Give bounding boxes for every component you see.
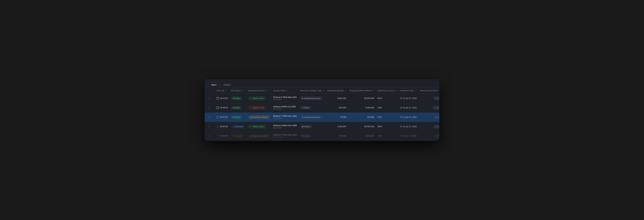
status-badge: Active <box>231 97 242 100</box>
main-window: Inbox Outbox Time Left ⇅ RFQ Status ⇅ <box>204 79 440 141</box>
time-value: 00:42:02 <box>220 116 228 118</box>
col-header-direction[interactable]: Requested Direction ⇅ <box>246 87 272 94</box>
status-dot <box>233 117 234 118</box>
row-alert <box>211 122 215 131</box>
row-time-left: 00:00:00 <box>215 131 230 141</box>
institution-icon: ▦ <box>302 126 304 127</box>
row-security: M Bono 6.750% Mar-2023 MXE35996 <box>272 94 298 103</box>
direction-label: Wants to Buy <box>253 126 264 128</box>
row-checkbox[interactable]: ✓ <box>204 94 211 103</box>
row-quantity: 5,000,000 <box>326 94 348 103</box>
row-notional: 700,000 <box>348 113 376 122</box>
sort-icon-qty: ⇅ <box>345 90 346 92</box>
tab-bar: Inbox Outbox <box>204 79 440 87</box>
row-checkbox[interactable]: ✓ <box>204 122 211 131</box>
expired-icon: ⊙ <box>233 135 234 137</box>
col-header-institution[interactable]: Requestor Institution Type ⇅ <box>298 87 326 94</box>
row-time-left: 00:42:02 <box>215 113 230 122</box>
response-count: 9 <box>438 135 438 137</box>
col-header-notional[interactable]: Requested (MXN) Notional ⇅ <box>348 87 376 94</box>
direction-arrow: ⇄ <box>250 135 252 137</box>
time-circle-icon <box>216 97 219 100</box>
table-row[interactable]: ✓ 00:42:02 Active ⇄ Requests a Market M … <box>204 113 440 122</box>
direction-badge: → Wants to Buy <box>248 125 266 128</box>
check-icon: ✓ <box>208 135 210 137</box>
status-label: Executed <box>235 126 243 128</box>
row-settlement-date: (T+1) Jul 17, 2022 <box>399 103 418 113</box>
direction-label: Wants to Buy <box>253 97 264 99</box>
reply-icon: ↩ <box>435 116 437 118</box>
security-id: MXE35996 <box>273 118 297 120</box>
status-label: Active <box>235 107 240 109</box>
row-responses: ↩ 9 <box>418 131 440 141</box>
sort-icon-date: ⇅ <box>414 90 416 92</box>
check-icon: ✓ <box>208 116 210 118</box>
check-icon: ✓ <box>208 106 210 109</box>
row-alert <box>211 131 215 141</box>
col-header-settle-date[interactable]: Settlement Date ⇅ <box>399 87 418 94</box>
sort-icon-cur: ⇅ <box>396 90 397 92</box>
tab-inbox[interactable]: Inbox <box>208 82 220 87</box>
status-label: Active <box>235 97 240 99</box>
direction-arrow: → <box>250 125 252 128</box>
row-checkbox[interactable]: ✓ <box>204 113 211 122</box>
response-count: 5 <box>438 126 438 128</box>
response-badge: ↩ 9 <box>434 134 440 138</box>
table-row[interactable]: ✓ 00:00:00 ⊙ Expired ⇄ Requests a Market… <box>204 131 440 141</box>
row-institution: ● Dealer <box>298 103 326 113</box>
row-security: M Bono 7.750% Nov-2042 MXE35996 <box>272 113 298 122</box>
time-circle-icon <box>216 135 219 137</box>
sort-icon-resp: ⇅ <box>438 90 440 92</box>
row-direction: ← Wants to Sell <box>246 103 272 113</box>
security-name: M Bono 6.750% Mar-2023 <box>273 134 297 136</box>
row-responses: ↩ 5 <box>418 122 440 131</box>
col-header-rfq-status[interactable]: RFQ Status ⇅ <box>230 87 246 94</box>
response-badge: ↩ 5 <box>434 125 440 128</box>
reply-icon: ↩ <box>434 107 436 109</box>
row-rfq-status: ✓ Executed <box>230 122 246 131</box>
status-badge: ⊙ Expired <box>231 134 243 138</box>
direction-arrow: ← <box>250 106 252 109</box>
check-icon: ✓ <box>208 125 210 128</box>
row-quantity: 400,000 <box>326 131 348 141</box>
sort-icon-not: ⇅ <box>373 90 374 92</box>
sort-icon-sec: ⇅ <box>286 90 288 92</box>
table-row[interactable]: ✓ 00:08:05 Active ← Wants to Sell M Bono… <box>204 103 440 113</box>
row-direction: ⇄ Requests a Market <box>246 131 272 141</box>
tab-outbox[interactable]: Outbox <box>220 82 234 87</box>
status-dot <box>233 98 234 99</box>
col-header-currency[interactable]: Settlement Currency ⇅ <box>376 87 398 94</box>
institution-label: Dealer <box>304 107 309 109</box>
row-notional: 30,000,000 <box>348 122 376 131</box>
institution-badge: ▦ Hidden <box>300 134 312 138</box>
row-currency: USD <box>376 113 398 122</box>
checkmark-icon: ✓ <box>233 126 234 128</box>
institution-icon: ● <box>302 107 303 108</box>
time-circle-icon <box>216 106 219 109</box>
row-quantity: 70,000 <box>326 113 348 122</box>
col-header-time-left[interactable]: Time Left ⇅ <box>215 87 230 94</box>
table-row[interactable]: ✓ 00:00:00 ✓ Executed → Wants to Buy M B… <box>204 122 440 131</box>
direction-badge: → Wants to Buy <box>248 96 266 100</box>
response-count: 1 <box>438 116 438 118</box>
row-quantity: 3,000,000 <box>326 122 348 131</box>
institution-badge: ▦ Hidden <box>300 125 312 128</box>
row-checkbox[interactable]: ✓ <box>204 103 211 113</box>
status-label: Active <box>235 116 240 118</box>
col-header-quantity[interactable]: Requested Quantity ⇅ <box>326 87 348 94</box>
col-header-responses[interactable]: Responses Received ⇅ <box>418 87 440 94</box>
table-row[interactable]: ✓ 00:10:52 Active → Wants to Buy M Bono … <box>204 94 440 103</box>
institution-badge: ◆ Institutional Investor <box>300 97 322 100</box>
row-checkbox[interactable]: ✓ <box>204 131 211 141</box>
row-currency: USD <box>376 103 398 113</box>
col-header-check <box>204 87 211 94</box>
response-badge: ↩ 1 <box>434 116 440 119</box>
row-settlement-date: (T+1) Jul 17, 2022 <box>399 113 418 122</box>
row-settlement-date: (T+1) Jul 17, 2022 <box>399 131 418 141</box>
row-responses: ↩ 12 <box>418 103 440 113</box>
security-name: M Bono 8.500% Nov-2038 <box>273 124 297 127</box>
col-header-security[interactable]: Security Name ⇅ <box>272 87 298 94</box>
security-name: M Bono 6.750% Mar-2023 <box>273 96 297 98</box>
row-time-left: 00:08:05 <box>215 103 230 113</box>
institution-icon: ▦ <box>302 135 304 137</box>
